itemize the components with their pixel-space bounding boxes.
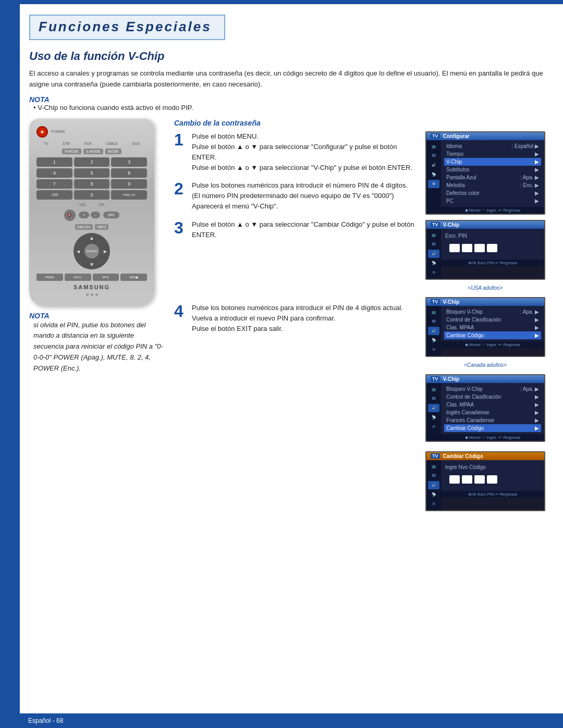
tv-logo-3: TV — [431, 299, 440, 304]
panel-codigo-body: Ingre Nvo Código — [441, 460, 544, 491]
mode-button[interactable]: MODE — [105, 149, 121, 154]
source-button[interactable]: SRC — [103, 212, 119, 218]
icon-channel-4: 📡 — [428, 413, 439, 422]
icon-setup-2: ⚙ — [428, 268, 439, 277]
step4-text: Pulse los botones numéricos para introdu… — [192, 303, 418, 334]
usa-mpaa: Clas. MPAA▶ — [444, 324, 541, 331]
remote-control: ⏻ POWER TV STB VCR CABLE DVD P.MODE S.MO… — [29, 119, 154, 306]
srs-button[interactable]: SRS◉ — [120, 274, 147, 281]
panel-codigo-footer: ⊕/⊖ Escr PIN ↩ Regresar — [441, 491, 544, 498]
ingre-nvo-label: Ingre Nvo Código — [445, 464, 540, 470]
nav-down[interactable]: ▼ — [89, 262, 94, 267]
panel-configurar-header: TV Configurar — [426, 132, 544, 140]
nota-bottom-text: si olvida el PIN, pulse los botones del … — [33, 320, 165, 374]
nota-bottom: NOTA si olvida el PIN, pulse los botones… — [29, 312, 165, 374]
btn-7[interactable]: 7 — [36, 179, 72, 189]
tv-logo-4: TV — [431, 376, 440, 381]
panel-usa-items: Bloqueo V-Chip: Apa. ▶ Control de Clasif… — [441, 306, 544, 341]
icon-channel-3: 📡 — [428, 336, 439, 344]
panel-vchip-canada-title: V-Chip — [443, 376, 460, 382]
tv-logo-2: TV — [431, 222, 440, 227]
mute-button[interactable]: 🔇 — [64, 209, 76, 221]
codigo-block-2 — [462, 475, 472, 484]
remote-function-buttons: PSIZE STILL MTS SRS◉ — [36, 274, 147, 281]
icon-picture-2: 🖼 — [428, 240, 439, 249]
panel-vchip-pin-header: TV V-Chip — [426, 221, 544, 229]
side-bar — [0, 0, 20, 728]
step-4: 4 Pulse los botones numéricos para intro… — [174, 303, 418, 334]
btn-9[interactable]: 9 — [111, 179, 147, 189]
panel-configurar-footer: ◆ Mover ☞ Ingre. ↩ Regresar — [441, 207, 544, 214]
btn-2[interactable]: 2 — [74, 157, 110, 167]
panel-vchip-pin-title: V-Chip — [443, 222, 460, 228]
tv-icons-2: 📺 🖼 🔊 📡 ⚙ — [426, 229, 441, 279]
btn-0[interactable]: 0 — [74, 190, 110, 200]
left-column: ⏻ POWER TV STB VCR CABLE DVD P.MODE S.MO… — [29, 119, 165, 511]
menu-defectos: Defectos color▶ — [444, 189, 541, 197]
nav-up[interactable]: ▲ — [89, 235, 94, 241]
icon-channel-5: 📡 — [428, 490, 439, 499]
tv-icons-3: 📺 🖼 🔊 📡 ⚙ — [426, 306, 441, 356]
usa-adultos-label: <USA adultos> — [425, 285, 545, 291]
panel-canada-items: Bloqueo V-Chip: Apa. ▶ Control de Clasif… — [441, 383, 544, 434]
remote-power-row: ⏻ POWER — [36, 126, 147, 138]
codigo-block-4 — [487, 475, 497, 484]
nav-left[interactable]: ◄ — [76, 248, 81, 254]
mts-button[interactable]: MTS — [93, 274, 119, 281]
remote-top-strip: TV STB VCR CABLE DVD — [36, 142, 147, 145]
smode-button[interactable]: S.MODE — [83, 149, 103, 154]
nota-label-top: NOTA — [29, 95, 50, 104]
btn-prech[interactable]: PRE-CH — [111, 190, 147, 200]
tv-logo-1: TV — [431, 133, 440, 139]
menu-subtitulos: Subtítulos▶ — [444, 166, 541, 174]
btn-1[interactable]: 1 — [36, 157, 72, 167]
btn-8[interactable]: 8 — [74, 179, 110, 189]
enter-button[interactable]: ENTER — [84, 244, 99, 258]
btn-5[interactable]: 5 — [74, 168, 110, 178]
vol-up[interactable]: + — [79, 212, 89, 218]
cambio-subsection: Cambio de la contraseña — [174, 119, 545, 127]
psize-button[interactable]: PSIZE — [36, 274, 63, 281]
step-2: 2 Pulse los botones numéricos para intro… — [174, 180, 418, 212]
tv-logo-5: TV — [431, 453, 440, 459]
btn-3[interactable]: 3 — [111, 157, 147, 167]
fav-info-row: FAV.CH INFO — [36, 224, 147, 230]
btn-100[interactable]: -100 — [36, 190, 72, 200]
pin-block-2 — [462, 244, 472, 252]
still-button[interactable]: STILL — [65, 274, 91, 281]
btn-4[interactable]: 4 — [36, 168, 72, 178]
canada-mpaa: Clas. MPAA▶ — [444, 401, 541, 409]
icon-setup-4: ⚙ — [428, 423, 439, 431]
panel-usa-footer: ◆ Mover ☞ Ingre. ↩ Regresar — [441, 341, 544, 348]
panel-cambiar-codigo: TV Cambiar Código 📺 🖼 🔊 📡 ⚙ — [425, 451, 545, 511]
power-button[interactable]: ⏻ — [36, 126, 48, 138]
menu-tiempo: Tiempo▶ — [444, 150, 541, 158]
panel-vchip-pin-footer: ⊕/⊖ Escr PIN ↩ Regresar — [441, 260, 544, 266]
usa-cambiar: Cambiar Código▶ — [444, 331, 541, 339]
tv-menu-2: Escr. PIN ⊕/⊖ Escr PIN ↩ Regresar — [441, 229, 544, 279]
vol-down[interactable]: - — [91, 212, 100, 218]
menu-idioma: Idioma: Español ▶ — [444, 142, 541, 150]
tv-icons-1: 📺 🖼 🔊 📡 ⚙ — [426, 140, 441, 214]
icon-picture-1: 🖼 — [428, 152, 439, 160]
tv-menu-1: Idioma: Español ▶ Tiempo▶ V-Chip▶ — [441, 140, 544, 214]
nav-right[interactable]: ► — [103, 248, 108, 254]
icon-input-5: 📺 — [428, 462, 439, 471]
steps-area: 1 Pulse el botón MENU. Pulse el botón ▲ … — [174, 131, 418, 511]
dot-2 — [91, 293, 93, 296]
footer-text: Español - 68 — [28, 717, 63, 724]
panel-configurar-items: Idioma: Español ▶ Tiempo▶ V-Chip▶ — [441, 140, 544, 207]
info-button[interactable]: INFO — [95, 224, 109, 230]
canada-ingles: Inglés Canadiense▶ — [444, 409, 541, 416]
btn-6[interactable]: 6 — [111, 168, 147, 178]
icon-setup-1: ⚙ — [428, 180, 439, 188]
panel-pin-body: Escr. PIN — [441, 229, 544, 260]
tv-menu-4: Bloqueo V-Chip: Apa. ▶ Control de Clasif… — [441, 383, 544, 441]
fav-button[interactable]: FAV.CH — [75, 224, 93, 230]
main-layout: ⏻ POWER TV STB VCR CABLE DVD P.MODE S.MO… — [29, 119, 545, 511]
tv-menu-5: Ingre Nvo Código ⊕/⊖ Escr PIN ↩ Regresar — [441, 460, 544, 510]
icon-picture-4: 🖼 — [428, 394, 439, 403]
menu-melodia: Melodía: Enc. ▶ — [444, 181, 541, 189]
menu-pc: PC▶ — [444, 197, 541, 205]
pmode-button[interactable]: P.MODE — [62, 149, 81, 154]
